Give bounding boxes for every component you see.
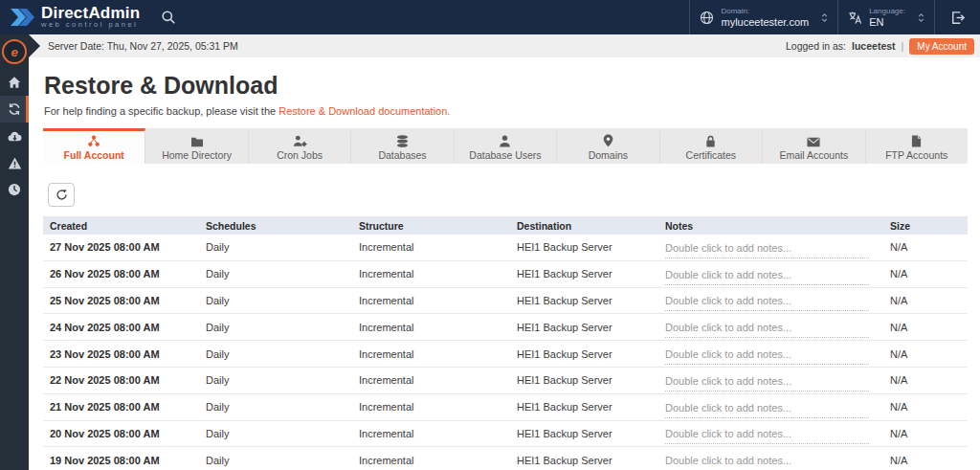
table-row[interactable]: 26 Nov 2025 08:00 AM Daily Incremental H… — [43, 261, 968, 288]
table-row[interactable]: 25 Nov 2025 08:00 AM Daily Incremental H… — [43, 288, 968, 315]
cell-structure: Incremental — [352, 428, 510, 439]
table-row[interactable]: 22 Nov 2025 08:00 AM Daily Incremental H… — [43, 368, 968, 394]
database-icon — [396, 135, 409, 147]
tab-domains[interactable]: Domains — [557, 128, 659, 164]
cell-created: 24 Nov 2025 08:00 AM — [43, 322, 199, 333]
notes-editable-field[interactable]: Double click to add notes... — [665, 242, 869, 258]
location-pin-icon — [603, 135, 613, 147]
cell-structure: Incremental — [352, 401, 510, 413]
table-row[interactable]: 23 Nov 2025 08:00 AM Daily Incremental H… — [43, 341, 968, 368]
tab-cron-jobs[interactable]: Cron Jobs — [249, 128, 351, 164]
cloud-download-icon — [8, 129, 22, 144]
cell-created: 22 Nov 2025 08:00 AM — [43, 374, 199, 386]
brand-tagline: web control panel — [41, 21, 140, 29]
backup-type-tabs: Full Account Home Directory — [43, 128, 968, 164]
cell-schedules: Daily — [199, 428, 352, 439]
tab-home-directory[interactable]: Home Directory — [145, 128, 248, 164]
cell-schedules: Daily — [199, 295, 352, 306]
tab-certificates[interactable]: Certificates — [660, 128, 763, 164]
notes-editable-field[interactable]: Double click to add notes... — [665, 295, 869, 311]
separator: | — [902, 40, 904, 52]
directadmin-logo[interactable]: DirectAdmin web control panel — [0, 6, 140, 29]
cell-created: 25 Nov 2025 08:00 AM — [43, 295, 199, 306]
avatar-glyph: e — [11, 45, 17, 59]
column-header-notes[interactable]: Notes — [658, 220, 883, 232]
file-icon — [911, 135, 922, 147]
notes-editable-field[interactable]: Double click to add notes... — [665, 428, 869, 444]
backups-table: Created Schedules Structure Destination … — [43, 216, 968, 470]
tab-ftp-accounts[interactable]: FTP Accounts — [866, 128, 968, 164]
cell-schedules: Daily — [199, 374, 352, 386]
server-date: Server Date: Thu, Nov 27, 2025, 05:31 PM — [48, 40, 238, 52]
sidebar-item-home[interactable] — [0, 69, 29, 96]
cell-structure: Incremental — [352, 268, 510, 280]
cell-notes: Double click to add notes... — [658, 289, 883, 311]
cell-schedules: Daily — [199, 348, 352, 360]
cell-notes: Double click to add notes... — [658, 316, 883, 338]
cell-created: 20 Nov 2025 08:00 AM — [43, 428, 199, 439]
tab-email-accounts[interactable]: Email Accounts — [763, 128, 865, 164]
main-content: Restore & Download For help finding a sp… — [29, 57, 980, 470]
cell-destination: HEI1 Backup Server — [510, 401, 658, 413]
notes-editable-field[interactable]: Double click to add notes... — [665, 322, 869, 338]
table-row[interactable]: 20 Nov 2025 08:00 AM Daily Incremental H… — [43, 421, 968, 448]
cell-structure: Incremental — [352, 322, 510, 333]
my-account-button[interactable]: My Account — [909, 38, 974, 55]
column-header-schedules[interactable]: Schedules — [199, 220, 352, 232]
documentation-link[interactable]: Restore & Download documentation. — [278, 105, 450, 117]
notes-editable-field[interactable]: Double click to add notes... — [665, 455, 869, 470]
cell-size: N/A — [883, 401, 968, 413]
domain-selector[interactable]: Domain: myluceetester.com — [689, 0, 837, 34]
table-row[interactable]: 27 Nov 2025 08:00 AM Daily Incremental H… — [43, 235, 968, 261]
cell-schedules: Daily — [199, 401, 352, 413]
column-header-created[interactable]: Created — [43, 220, 199, 232]
cell-created: 26 Nov 2025 08:00 AM — [43, 268, 199, 280]
language-selector[interactable]: Language: EN — [837, 0, 934, 34]
sidebar-item-backups[interactable] — [0, 123, 29, 149]
refresh-button[interactable] — [48, 183, 75, 207]
cell-notes: Double click to add notes... — [658, 396, 883, 418]
clock-icon — [8, 183, 21, 196]
column-header-size[interactable]: Size — [883, 220, 968, 232]
cell-destination: HEI1 Backup Server — [510, 241, 658, 253]
cell-size: N/A — [883, 241, 968, 253]
home-icon — [8, 76, 21, 89]
table-row[interactable]: 19 Nov 2025 08:00 AM Daily Incremental H… — [43, 447, 968, 470]
page-title: Restore & Download — [29, 57, 980, 103]
tab-database-users[interactable]: Database Users — [455, 128, 557, 164]
cell-size: N/A — [883, 455, 968, 466]
notes-editable-field[interactable]: Double click to add notes... — [665, 269, 869, 285]
status-bar: Server Date: Thu, Nov 27, 2025, 05:31 PM… — [29, 34, 980, 57]
notes-editable-field[interactable]: Double click to add notes... — [665, 348, 869, 365]
cell-destination: HEI1 Backup Server — [510, 374, 658, 386]
cell-destination: HEI1 Backup Server — [510, 455, 658, 466]
logout-icon[interactable] — [934, 0, 980, 34]
table-row[interactable]: 24 Nov 2025 08:00 AM Daily Incremental H… — [43, 314, 968, 341]
table-row[interactable]: 21 Nov 2025 08:00 AM Daily Incremental H… — [43, 394, 968, 421]
sidebar-item-history[interactable] — [0, 176, 29, 203]
cell-structure: Incremental — [352, 241, 510, 253]
top-bar: DirectAdmin web control panel Domain: my… — [0, 0, 980, 34]
tab-databases[interactable]: Databases — [351, 128, 454, 164]
sidebar-item-restore[interactable] — [0, 96, 29, 123]
notes-editable-field[interactable]: Double click to add notes... — [665, 375, 869, 392]
logged-in-label: Logged in as: — [786, 40, 846, 52]
cell-size: N/A — [883, 322, 968, 333]
cell-structure: Incremental — [352, 348, 510, 360]
language-label: Language: — [869, 7, 905, 16]
folder-icon — [190, 135, 204, 147]
help-text: For help finding a specific backup, plea… — [29, 103, 980, 128]
user-avatar[interactable]: e — [2, 39, 27, 64]
cell-notes: Double click to add notes... — [658, 422, 883, 444]
sidebar-item-alerts[interactable] — [0, 149, 29, 176]
column-header-destination[interactable]: Destination — [510, 220, 658, 232]
cell-size: N/A — [883, 268, 968, 280]
warning-icon — [8, 156, 22, 170]
column-header-structure[interactable]: Structure — [352, 220, 510, 232]
search-icon[interactable] — [161, 10, 176, 25]
cell-size: N/A — [883, 374, 968, 386]
notes-editable-field[interactable]: Double click to add notes... — [665, 402, 869, 418]
tab-full-account[interactable]: Full Account — [43, 128, 145, 164]
cell-destination: HEI1 Backup Server — [510, 295, 658, 306]
user-gear-icon — [293, 135, 307, 147]
